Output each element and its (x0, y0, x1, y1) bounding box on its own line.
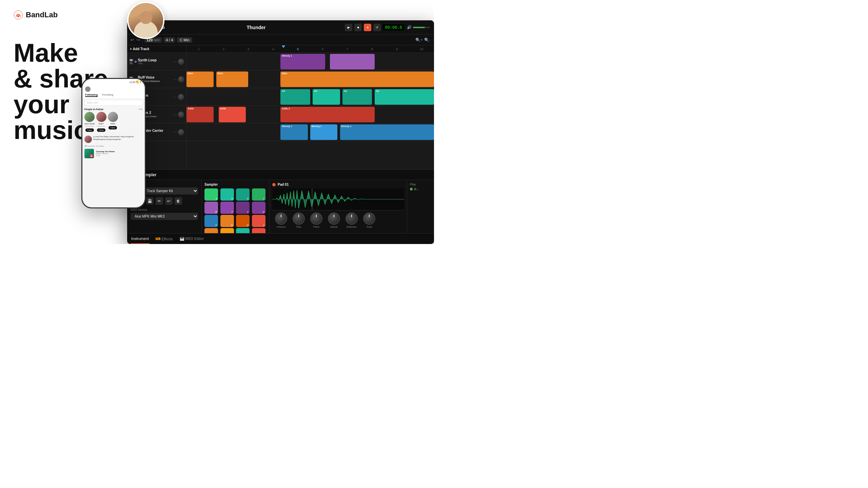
add-track-button[interactable]: +Add Track (130, 47, 149, 51)
track-knob-5[interactable] (178, 129, 184, 135)
clip-melody1[interactable]: Melody 1 (280, 54, 325, 69)
clip-adlib3[interactable]: Adlib 3 (280, 107, 374, 122)
track-solo-1[interactable]: S (129, 62, 133, 64)
phone-tab-following[interactable]: Following (85, 93, 98, 97)
redo-button[interactable]: ↪ (136, 37, 140, 42)
volume-control: 🔊 (407, 25, 430, 29)
track-mute-1[interactable]: M (129, 59, 133, 61)
daw-transport: ▶ ■ ● ↺ 00:00.0 (345, 24, 404, 31)
tab-midi-editor[interactable]: 🎹 MIDI Editor (179, 233, 205, 244)
play-option-gate[interactable]: G... (410, 187, 431, 191)
pad-4[interactable]: 4 (204, 188, 218, 201)
follow-btn-1[interactable]: Follow (85, 128, 94, 132)
sampler-body: Sample Kit Sinister Track Samper Kit Sav… (127, 180, 434, 233)
pan-knob[interactable] (293, 212, 305, 225)
tone-knob[interactable] (363, 212, 375, 225)
sampler-play-area: Play G... (407, 180, 434, 233)
pad-5[interactable]: 5 (220, 188, 234, 201)
track-knob-1[interactable] (178, 59, 184, 65)
stop-button[interactable]: ■ (354, 24, 362, 31)
pad-F[interactable]: F (204, 215, 218, 227)
track-knob-4[interactable] (178, 111, 184, 118)
time-signature[interactable]: 4 / 4 (164, 37, 175, 43)
svg-point-0 (14, 11, 23, 19)
pad-indicator-dot (272, 183, 276, 186)
inspired-label: 🎵 Inspired by Tom Bailey (82, 144, 145, 148)
clip-main3[interactable]: Main (280, 72, 434, 87)
clip-adlib2[interactable]: Adlib (219, 107, 246, 122)
daw-time-display: 00:00.0 (383, 24, 404, 30)
sampler-header: ✕ ▶ Sampler (127, 170, 434, 180)
follow-btn-2[interactable]: Follow (97, 128, 105, 132)
save-as-edit-button[interactable]: ✏ (156, 197, 163, 205)
key-display[interactable]: C Min (177, 37, 192, 43)
zoom-in-icon[interactable]: 🔍+ (415, 38, 423, 42)
waveform-display (272, 188, 404, 210)
play-button[interactable]: ▶ (345, 24, 352, 31)
pad-R[interactable]: R (204, 202, 218, 214)
phone-mockup: 12:30 📶🔋 Following Trending What's new? … (81, 78, 149, 214)
timeline-ruler: 1 2 3 4 5 6 7 8 9 10 (186, 45, 434, 53)
clip-ad4[interactable]: Ad (375, 89, 434, 105)
daw-toolbar: ↩ ↪ 120 bpm 4 / 4 C Min 🔍+ 🔍- (127, 35, 434, 45)
pad-J[interactable]: J (252, 215, 265, 227)
pad-G[interactable]: G (220, 215, 234, 227)
phone-whats-new[interactable]: What's new? (84, 100, 143, 105)
zoom-controls: 🔍+ 🔍- (415, 38, 431, 42)
clip-mel1c[interactable]: Melody 1 (340, 124, 434, 140)
track-knob-2[interactable] (178, 76, 184, 82)
phone-person-1: Jason Jacobs 337k Followers Follow (84, 112, 95, 132)
clip-mel1b[interactable]: Melody 1 (310, 124, 337, 140)
pad-V[interactable]: V (204, 228, 218, 233)
pad-N[interactable]: N (236, 228, 250, 233)
track-knob-3[interactable] (178, 94, 184, 100)
pads-grid: 4 5 6 7 R T Y U F G H J V B N M (204, 188, 267, 233)
clip-ad1[interactable]: Ad (280, 89, 310, 105)
play-dot (410, 188, 413, 190)
track-more-5[interactable]: ··· (173, 130, 177, 135)
profile-avatar (127, 2, 164, 39)
clip-melody1b[interactable] (330, 54, 374, 69)
track-more-4[interactable]: ··· (173, 112, 177, 117)
pad-6[interactable]: 6 (236, 188, 250, 201)
clip-mel1a[interactable]: Melody 1 (280, 124, 308, 140)
knob-attack: Attack (328, 212, 340, 228)
loop-button[interactable]: ↺ (373, 24, 381, 31)
release-knob[interactable] (346, 212, 358, 225)
pad-M[interactable]: M (252, 228, 265, 233)
pitch-knob[interactable] (310, 212, 322, 225)
knob-volume: Volume (275, 212, 287, 228)
pad-U[interactable]: U (252, 202, 265, 214)
clip-ad2[interactable]: Ad (313, 89, 340, 105)
daw-track-area: +Add Track M S Synth Loop +Fx ··· (127, 45, 434, 169)
clip-adlib1[interactable]: Adlib (186, 107, 214, 122)
pad-B[interactable]: B (220, 228, 234, 233)
pad-Y[interactable]: Y (236, 202, 250, 214)
follow-btn-3[interactable]: Follow (108, 126, 117, 129)
track-name-1: Synth Loop (138, 58, 172, 62)
clip-main1[interactable]: Main (186, 72, 214, 87)
midi-device-select[interactable]: Akai MPK Mini MK3 (131, 213, 198, 220)
record-button[interactable]: ● (364, 24, 371, 31)
tab-effects[interactable]: Fx Effects (155, 233, 174, 244)
phone-tab-trending[interactable]: Trending (102, 93, 113, 97)
pad-7[interactable]: 7 (252, 188, 265, 201)
sampler-panel: ✕ ▶ Sampler Sample Kit Sinister Track Sa… (127, 169, 434, 244)
phone-status-bar: 12:30 📶🔋 (82, 79, 145, 85)
volume-knob[interactable] (275, 212, 287, 225)
clip-ad3[interactable]: Ad (342, 89, 372, 105)
track-more-2[interactable]: ··· (173, 77, 177, 82)
undo-button[interactable]: ↩ (131, 37, 134, 42)
save-as-history-button[interactable]: ↩ (165, 197, 173, 205)
pad-T[interactable]: T (220, 202, 234, 214)
track-more-1[interactable]: ··· (173, 59, 177, 64)
knob-pitch: Pitch (310, 212, 322, 228)
clip-main2[interactable]: Main (216, 72, 249, 87)
track-more-3[interactable]: ··· (173, 95, 177, 99)
add-track-area: +Add Track (127, 45, 186, 53)
attack-knob[interactable] (328, 212, 340, 225)
save-as-delete-button[interactable]: 🗑 (175, 197, 182, 205)
tab-instrument[interactable]: Instrument (131, 233, 150, 244)
pad-H[interactable]: H (236, 215, 250, 227)
zoom-out-icon[interactable]: 🔍- (424, 38, 431, 42)
